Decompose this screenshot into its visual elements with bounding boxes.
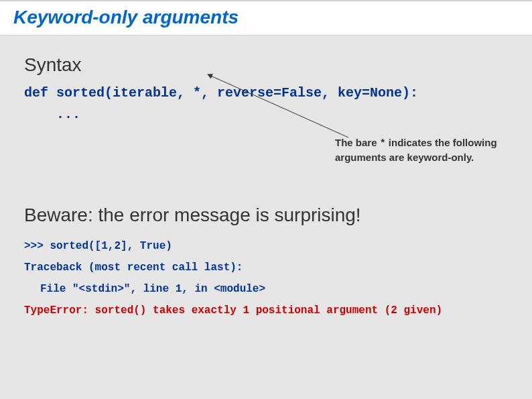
- slide-content: Syntax def sorted(iterable, *, reverse=F…: [0, 36, 532, 335]
- code-line-1: def sorted(iterable, *, reverse=False, k…: [24, 82, 508, 104]
- code-line-2: ...: [56, 104, 508, 125]
- slide-title: Keyword-only arguments: [13, 7, 519, 28]
- callout-text: The bare * indicates the following argum…: [335, 136, 509, 165]
- callout-part1: The bare: [335, 137, 380, 148]
- console-line-1: >>> sorted([1,2], True): [24, 235, 508, 257]
- code-definition: def sorted(iterable, *, reverse=False, k…: [24, 82, 508, 125]
- beware-heading: Beware: the error message is surprising!: [24, 205, 508, 226]
- console-line-4: TypeError: sorted() takes exactly 1 posi…: [24, 300, 508, 321]
- syntax-heading: Syntax: [24, 54, 508, 76]
- console-line-3: File "<stdin>", line 1, in <module>: [24, 278, 508, 300]
- console-line-2: Traceback (most recent call last):: [24, 257, 508, 278]
- console-output: >>> sorted([1,2], True) Traceback (most …: [24, 235, 508, 321]
- callout-star: *: [380, 138, 386, 150]
- title-bar: Keyword-only arguments: [0, 0, 532, 36]
